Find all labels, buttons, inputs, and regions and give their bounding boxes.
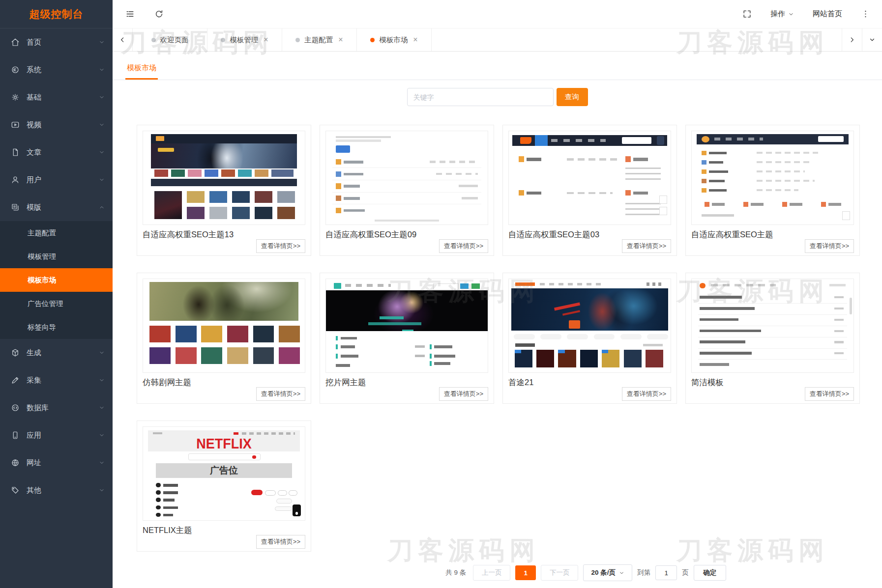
- video-icon: [11, 120, 20, 129]
- thumb-seo03: [508, 131, 671, 225]
- template-card: 首途21 查看详情页>>: [502, 273, 677, 404]
- sidebar-item-collect[interactable]: 采集: [0, 366, 113, 394]
- chevron-down-icon: [99, 94, 105, 100]
- view-detail-button[interactable]: 查看详情页>>: [622, 239, 671, 253]
- fullscreen-icon[interactable]: [742, 9, 752, 19]
- view-detail-button[interactable]: 查看详情页>>: [439, 239, 488, 253]
- action-dropdown[interactable]: 操作: [770, 9, 794, 19]
- tab-template-manage[interactable]: 模板管理 ×: [207, 28, 282, 51]
- main-area: 操作 网站首页 欢迎页面 模板管理 × 主题配置 × 模板市场 ×: [113, 0, 882, 588]
- thumb-seo: [691, 131, 854, 225]
- sidebar-item-system[interactable]: 系统: [0, 56, 113, 84]
- template-card: 自适应高权重SEO主题03 查看详情页>>: [502, 125, 677, 256]
- view-detail-button[interactable]: 查看详情页>>: [439, 387, 488, 401]
- chevron-down-icon: [99, 377, 105, 383]
- globe-icon: [11, 458, 20, 467]
- app-logo: 超级控制台: [0, 0, 113, 28]
- sidebar-item-user[interactable]: 用户: [0, 166, 113, 194]
- site-home-link[interactable]: 网站首页: [813, 9, 842, 19]
- template-card: 自适应高权重SEO主题 查看详情页>>: [685, 125, 860, 256]
- view-detail-button[interactable]: 查看详情页>>: [256, 239, 305, 253]
- more-vertical-icon[interactable]: [861, 9, 870, 19]
- sidebar-item-article[interactable]: 文章: [0, 139, 113, 166]
- template-icon: [11, 203, 20, 212]
- view-detail-button[interactable]: 查看详情页>>: [256, 387, 305, 401]
- sidebar-item-video[interactable]: 视频: [0, 111, 113, 139]
- chevron-down-icon: [619, 570, 624, 576]
- template-title: 仿韩剧网主题: [143, 377, 305, 387]
- pagination-total: 共 9 条: [445, 568, 466, 577]
- template-card: 简洁模板 查看详情页>>: [685, 273, 860, 404]
- submenu-theme-config[interactable]: 主题配置: [0, 221, 113, 245]
- thumb-kdrama: [143, 279, 305, 373]
- chevron-right-icon: [849, 36, 855, 43]
- gear-icon: [11, 93, 20, 102]
- phone-icon: [293, 504, 300, 517]
- sidebar-item-app[interactable]: 应用: [0, 421, 113, 449]
- next-page-button[interactable]: 下一页: [541, 565, 578, 581]
- sidebar-item-database[interactable]: 数据库: [0, 394, 113, 421]
- sidebar-item-generate[interactable]: 生成: [0, 339, 113, 366]
- system-icon: [11, 65, 20, 74]
- chevron-down-icon: [99, 122, 105, 128]
- tab-dot: [151, 38, 156, 42]
- confirm-button[interactable]: 确定: [694, 565, 726, 581]
- close-tab-icon[interactable]: ×: [264, 36, 268, 44]
- sidebar-item-other[interactable]: 其他: [0, 476, 113, 504]
- submenu-ad-manage[interactable]: 广告位管理: [0, 292, 113, 315]
- sidebar-item-url[interactable]: 网址: [0, 449, 113, 476]
- template-title: 自适应高权重SEO主题09: [325, 229, 488, 239]
- chevron-down-icon: [99, 405, 105, 411]
- prev-page-button[interactable]: 上一页: [473, 565, 510, 581]
- search-input[interactable]: [407, 88, 554, 106]
- thumb-jianjie: [691, 279, 854, 373]
- view-detail-button[interactable]: 查看详情页>>: [805, 387, 854, 401]
- submenu-template-manage[interactable]: 模板管理: [0, 245, 113, 268]
- sidebar: 超级控制台 首页 系统 基础 视频 文章 用户 模版 主题配置 模板管理 模板市…: [0, 0, 113, 588]
- tab-welcome[interactable]: 欢迎页面: [133, 28, 207, 51]
- sidebar-item-basic[interactable]: 基础: [0, 84, 113, 111]
- ad-slot-label: 广告位: [156, 463, 292, 477]
- close-tab-icon[interactable]: ×: [413, 36, 417, 44]
- chevron-up-icon: [99, 204, 105, 210]
- mobile-icon: [11, 431, 20, 440]
- page-tab-template-market[interactable]: 模板市场: [125, 58, 158, 80]
- view-detail-button[interactable]: 查看详情页>>: [805, 239, 854, 253]
- tabs-menu-toggle[interactable]: [862, 28, 882, 51]
- tab-theme-config[interactable]: 主题配置 ×: [282, 28, 357, 51]
- sidebar-item-home[interactable]: 首页: [0, 28, 113, 56]
- template-cards-grid: 自适应高权重SEO主题13 查看详情页>> 自适应高权重SEO主题09 查看详情…: [137, 125, 882, 552]
- template-title: 首途21: [508, 377, 671, 387]
- tabs-scroll-left[interactable]: [113, 28, 133, 51]
- tab-dot: [370, 38, 375, 42]
- template-card: 自适应高权重SEO主题13 查看详情页>>: [137, 125, 311, 256]
- current-page-button[interactable]: 1: [515, 565, 536, 580]
- template-card: NETFLIX 广告位 NETFLIX主题 查看详情页>>: [137, 420, 311, 552]
- tab-template-market[interactable]: 模板市场 ×: [357, 28, 432, 51]
- goto-page-input[interactable]: [655, 565, 677, 580]
- chevron-left-icon: [119, 36, 126, 43]
- open-tabs-bar: 欢迎页面 模板管理 × 主题配置 × 模板市场 ×: [113, 28, 882, 52]
- template-card: 自适应高权重SEO主题09 查看详情页>>: [320, 125, 494, 256]
- template-title: 自适应高权重SEO主题13: [143, 229, 305, 239]
- collapse-sidebar-icon[interactable]: [125, 9, 135, 19]
- submenu-template-market[interactable]: 模板市场: [0, 268, 113, 292]
- search-row: 查询: [113, 88, 882, 106]
- thumb-shoutu21: [508, 279, 671, 373]
- sidebar-item-template[interactable]: 模版: [0, 194, 113, 221]
- chevron-down-icon: [99, 460, 105, 466]
- view-detail-button[interactable]: 查看详情页>>: [256, 535, 305, 549]
- search-button[interactable]: 查询: [557, 88, 588, 106]
- user-icon: [11, 175, 20, 184]
- chevron-down-icon: [99, 487, 105, 493]
- netflix-logo-text: NETFLIX: [143, 435, 305, 452]
- view-detail-button[interactable]: 查看详情页>>: [622, 387, 671, 401]
- refresh-icon[interactable]: [154, 9, 164, 19]
- template-title: 自适应高权重SEO主题: [691, 229, 854, 239]
- tabs-scroll-right[interactable]: [842, 28, 862, 51]
- page-size-select[interactable]: 20 条/页: [583, 564, 632, 581]
- close-tab-icon[interactable]: ×: [338, 36, 343, 44]
- document-icon: [11, 148, 20, 157]
- goto-prefix-label: 到第: [637, 568, 650, 577]
- submenu-tag-wizard[interactable]: 标签向导: [0, 315, 113, 339]
